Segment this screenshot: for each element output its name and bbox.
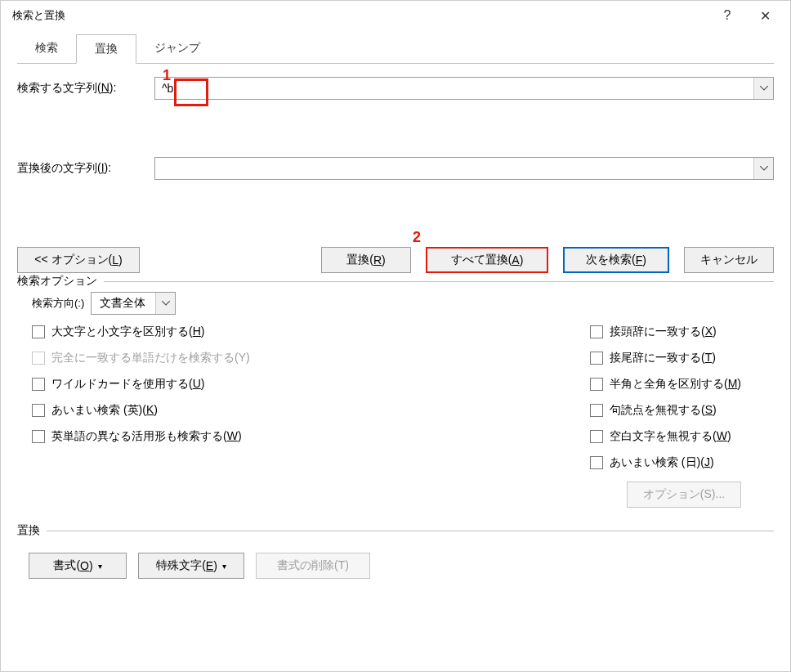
cancel-button[interactable]: キャンセル	[684, 247, 774, 273]
search-options-legend: 検索オプション	[17, 274, 104, 289]
punctuation-checkbox[interactable]: 句読点を無視する(S)	[590, 403, 741, 418]
replace-all-button[interactable]: すべて置換(A)	[426, 247, 548, 273]
titlebar: 検索と置換 ? ✕	[1, 1, 790, 30]
find-input[interactable]	[155, 78, 753, 99]
special-char-button[interactable]: 特殊文字(E)▾	[138, 553, 244, 579]
replace-dropdown-button[interactable]	[753, 158, 773, 179]
suffix-checkbox[interactable]: 接尾辞に一致する(T)	[590, 351, 741, 365]
prefix-checkbox[interactable]: 接頭辞に一致する(X)	[590, 325, 741, 339]
find-next-button[interactable]: 次を検索(F)	[563, 247, 669, 273]
direction-dropdown-button[interactable]	[155, 293, 175, 314]
replace-button[interactable]: 置換(R)	[321, 247, 411, 273]
match-case-checkbox[interactable]: 大文字と小文字を区別する(H)	[32, 325, 250, 339]
replace-label: 置換後の文字列(I):	[17, 161, 154, 176]
tab-jump[interactable]: ジャンプ	[136, 34, 218, 64]
close-button[interactable]: ✕	[746, 2, 784, 29]
word-forms-checkbox[interactable]: 英単語の異なる活用形も検索する(W)	[32, 429, 250, 444]
tab-search[interactable]: 検索	[17, 34, 76, 64]
direction-label: 検索方向(:)	[32, 296, 84, 311]
options-toggle-button[interactable]: << オプション(L)	[17, 247, 140, 273]
content-area: 検索 置換 ジャンプ 検索する文字列(N): 1	[1, 30, 790, 592]
direction-value: 文書全体	[92, 296, 155, 311]
find-replace-dialog: 検索と置換 ? ✕ 検索 置換 ジャンプ 検索する文字列(N): 1	[0, 0, 791, 672]
whole-word-checkbox: 完全に一致する単語だけを検索する(Y)	[32, 351, 250, 365]
clear-format-button: 書式の削除(T)	[256, 553, 370, 579]
help-button[interactable]: ?	[708, 2, 746, 29]
width-checkbox[interactable]: 半角と全角を区別する(M)	[590, 377, 741, 392]
fuzzy-options-button: オプション(S)...	[627, 482, 741, 508]
fuzzy-jp-checkbox[interactable]: あいまい検索 (日)(J)	[590, 455, 741, 470]
replace-section: 置換 書式(O)▾ 特殊文字(E)▾ 書式の削除(T)	[17, 531, 774, 579]
replace-section-legend: 置換	[17, 523, 47, 538]
chevron-down-icon	[760, 166, 768, 171]
fuzzy-en-checkbox[interactable]: あいまい検索 (英)(K)	[32, 403, 250, 418]
search-options-group: 検索オプション 検索方向(:) 文書全体 大文字と小文字を区別する(H)	[17, 281, 774, 508]
dialog-title: 検索と置換	[12, 8, 708, 23]
replace-combobox[interactable]	[154, 157, 774, 180]
find-dropdown-button[interactable]	[753, 78, 773, 99]
format-button[interactable]: 書式(O)▾	[29, 553, 127, 579]
tab-replace[interactable]: 置換	[76, 34, 136, 64]
chevron-down-icon	[760, 86, 768, 91]
replace-input[interactable]	[155, 158, 753, 179]
tab-bar: 検索 置換 ジャンプ	[17, 34, 774, 64]
find-label: 検索する文字列(N):	[17, 81, 154, 96]
wildcard-checkbox[interactable]: ワイルドカードを使用する(U)	[32, 377, 250, 392]
whitespace-checkbox[interactable]: 空白文字を無視する(W)	[590, 429, 741, 444]
chevron-down-icon	[162, 301, 170, 306]
direction-select[interactable]: 文書全体	[91, 292, 176, 315]
find-combobox[interactable]	[154, 77, 774, 100]
